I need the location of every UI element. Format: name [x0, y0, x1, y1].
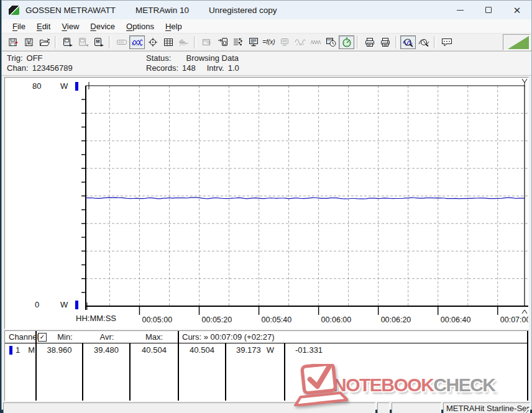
device-read2-button — [75, 35, 91, 49]
table-view-button[interactable] — [160, 35, 176, 49]
maximize-icon — [485, 7, 492, 13]
connection-status-indicator — [503, 34, 530, 50]
power-chart[interactable]: 00:05:0000:05:2000:05:4000:06:0000:06:20… — [5, 78, 529, 327]
histogram-view-icon — [178, 37, 190, 47]
header-channel: Channel: — [5, 331, 37, 343]
chart-panel[interactable]: 00:05:0000:05:2000:05:4000:06:0000:06:20… — [4, 77, 529, 329]
device-read-button[interactable] — [60, 35, 75, 49]
resize-grip[interactable] — [522, 406, 529, 413]
toolbar-separator — [434, 36, 436, 48]
device-memory-button[interactable]: M — [91, 35, 106, 49]
printer-icon — [364, 37, 375, 47]
chart-view-button[interactable] — [129, 35, 145, 49]
status-label: Status: — [146, 53, 171, 63]
channel-color-swatch — [9, 346, 12, 355]
lcd-display-button — [114, 35, 129, 49]
printer-setup-icon — [380, 37, 391, 47]
status-device-panel: METRAHit Starline-Seri — [443, 402, 530, 413]
minimize-icon — [457, 10, 464, 11]
header-avr: Avr: — [83, 331, 131, 343]
lcd-display-icon — [116, 37, 127, 47]
table-view-icon — [163, 37, 174, 47]
menu-bar: File Edit View Device Options Help — [2, 19, 531, 33]
display2-button — [277, 35, 292, 49]
formula-fx-icon: =f(x) — [262, 39, 275, 45]
display2-icon — [279, 37, 290, 47]
channel-visible-checkbox[interactable]: ✓ — [38, 333, 47, 342]
cursor-value-cell: 39.173 W — [226, 343, 285, 401]
window-export-button — [199, 35, 214, 49]
comment-button[interactable] — [439, 35, 454, 49]
title-product-name: METRAwin 10 — [135, 6, 189, 15]
x-tick-label: 00:06:20 — [381, 315, 411, 324]
cursor-handle-bottom — [522, 310, 527, 314]
device-read-icon — [62, 37, 73, 47]
interval-label: Intrv. — [207, 63, 224, 73]
stopwatch-button[interactable] — [339, 35, 354, 49]
device-store-button[interactable] — [214, 35, 230, 49]
header-max: Max: — [131, 331, 179, 343]
monitor-config-button[interactable] — [245, 35, 261, 49]
channel-row[interactable]: 1 M 38.960 39.480 40.504 40.504 39.173 W… — [5, 343, 528, 401]
channel-list-button[interactable] — [230, 35, 245, 49]
menu-view[interactable]: View — [56, 20, 85, 32]
acquisition-info-bar: Trig:OFF Chan:123456789 Status:Browsing … — [2, 51, 531, 76]
wave-button — [292, 35, 308, 49]
title-license: Unregistered copy — [209, 6, 277, 15]
title-bar: GOSSEN METRAWATT METRAwin 10 Unregistere… — [2, 1, 531, 19]
trig-label: Trig: — [7, 53, 23, 63]
close-button[interactable]: ✕ — [503, 1, 531, 19]
status-value: Browsing Data — [186, 53, 239, 63]
menu-help[interactable]: Help — [160, 20, 188, 32]
clock-window-button[interactable] — [323, 35, 339, 49]
status-message-panel — [3, 402, 375, 413]
printer-button[interactable] — [362, 35, 377, 49]
monitor-config-icon — [248, 37, 259, 47]
channel-mode: M — [28, 345, 35, 355]
y-scale-marker-top[interactable] — [75, 82, 78, 91]
formula-fx-button[interactable]: =f(x) — [261, 35, 277, 49]
status-bar: METRAHit Starline-Seri — [2, 402, 531, 413]
y-axis-max-label: 80 — [32, 81, 41, 91]
menu-file[interactable]: File — [7, 20, 31, 32]
max-value: 40.504 — [131, 343, 179, 401]
measurement-table: Channel: ✓ Min: Avr: Max: Curs: » 00:07:… — [4, 330, 529, 401]
close-icon: ✕ — [513, 6, 521, 15]
zoom-curve-button[interactable] — [416, 35, 431, 49]
x-tick-label: 00:07:00 — [500, 315, 529, 324]
chan-value: 123456789 — [32, 63, 73, 73]
menu-options[interactable]: Options — [121, 20, 160, 32]
maximize-button[interactable] — [474, 1, 503, 19]
menu-device[interactable]: Device — [85, 20, 121, 32]
channel-list-icon — [232, 37, 244, 47]
spring-wave-button — [308, 35, 323, 49]
avr-value: 39.480 — [83, 343, 131, 401]
zoom-curve-icon — [418, 37, 429, 47]
zoom-wave-icon — [403, 37, 414, 47]
printer-setup-button[interactable] — [377, 35, 393, 49]
header-min: Min: — [47, 332, 83, 342]
crosshair-view-button[interactable] — [145, 35, 160, 49]
chan-label: Chan: — [7, 63, 29, 73]
x-tick-label: 00:05:00 — [142, 315, 172, 324]
comment-icon — [441, 37, 452, 47]
zoom-wave-button[interactable] — [400, 35, 416, 49]
menu-edit[interactable]: Edit — [31, 20, 56, 32]
cursor-handle-top — [522, 79, 527, 86]
status-mid-panel — [392, 402, 441, 413]
toolbar-separator — [357, 36, 359, 48]
toolbar: M =f(x) — [2, 33, 531, 51]
crosshair-view-icon — [147, 37, 158, 47]
y-scale-marker-bottom[interactable] — [75, 301, 78, 309]
interval-value: 1.0 — [228, 63, 239, 73]
toolbar-separator — [55, 36, 57, 48]
minimize-button[interactable] — [446, 1, 474, 19]
x-tick-label: 00:06:00 — [321, 315, 352, 324]
save-file-button[interactable] — [21, 35, 37, 49]
open-folder-button[interactable] — [37, 35, 52, 49]
toolbar-separator — [194, 36, 196, 48]
save-export-button[interactable] — [6, 35, 21, 49]
histogram-view-button — [176, 35, 191, 49]
device-store-icon — [217, 37, 228, 47]
x-tick-label: 00:05:20 — [202, 315, 232, 324]
